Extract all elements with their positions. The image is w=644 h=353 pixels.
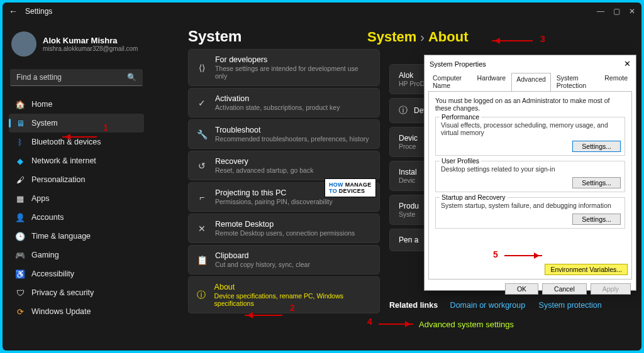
info-icon: ⓘ [196,290,207,301]
link-advanced-settings[interactable]: Advanced system settings [419,320,514,329]
apps-icon: ▦ [15,193,25,204]
clipboard-icon: 📋 [196,254,208,266]
apply-button[interactable]: Apply [591,283,631,295]
accounts-icon: 👤 [15,212,25,222]
window-title: Settings [25,7,52,16]
card-troubleshoot[interactable]: 🔧TroubleshootRecommended troubleshooters… [188,119,380,149]
arrow-2 [245,315,282,316]
annotation-2: 2 [290,303,295,313]
tab-hardware[interactable]: Hardware [473,72,511,91]
card-recovery[interactable]: ↺RecoveryReset, advanced startup, go bac… [188,151,380,180]
related-links: Related links Domain or workgroup System… [389,301,613,310]
group-performance: Performance Visual effects, processor sc… [435,117,625,156]
card-about[interactable]: ⓘAboutDevice specifications, rename PC, … [188,276,380,313]
arrow-4 [379,323,413,325]
sidebar-item-network[interactable]: ◆Network & internet [9,151,144,170]
sidebar-item-gaming[interactable]: 🎮Gaming [9,246,144,264]
annotation-4: 4 [367,317,372,327]
wrench-icon: 🔧 [196,129,208,140]
group-startup: Startup and Recovery System startup, sys… [435,197,625,229]
breadcrumb: System›About [367,29,468,45]
sidebar-item-personalization[interactable]: 🖌Personalization [9,170,144,189]
bluetooth-icon: ᛒ [15,137,25,147]
admin-note: You must be logged on as an Administrato… [435,97,625,112]
home-icon: 🏠 [15,99,25,109]
link-domain[interactable]: Domain or workgroup [450,301,526,310]
card-activation[interactable]: ✓ActivationActivation state, subscriptio… [188,88,380,117]
sidebar-item-update[interactable]: ⟳Windows Update [9,302,144,321]
tab-remote[interactable]: Remote [600,72,632,91]
system-icon: 🖥 [15,118,25,128]
startup-settings-button[interactable]: Settings... [572,214,621,225]
activation-icon: ✓ [196,97,208,109]
watermark: HOW MANAGE TO DEVICES [325,178,376,197]
group-user-profiles: User Profiles Desktop settings related t… [435,161,625,192]
dialog-title: System Properties [430,60,486,68]
close-icon[interactable]: ✕ [629,7,635,16]
performance-settings-button[interactable]: Settings... [572,141,621,152]
tab-computer-name[interactable]: Computer Name [428,72,472,91]
clock-icon: 🕒 [15,231,25,241]
card-developers[interactable]: ⟨⟩For developersThese settings are inten… [188,49,380,86]
user-block[interactable]: Alok Kumar Mishra mishra.alokkumar328@gm… [9,26,144,62]
network-icon: ◆ [15,156,25,166]
sidebar-item-accessibility[interactable]: ♿Accessibility [9,264,144,283]
back-arrow-icon[interactable]: ← [9,6,18,16]
search-placeholder: Find a setting [16,73,62,82]
tab-advanced[interactable]: Advanced [511,73,551,92]
search-input[interactable]: Find a setting 🔍 [10,69,143,86]
dialog-close-icon[interactable]: ✕ [624,59,631,68]
sidebar-item-time[interactable]: 🕒Time & language [9,227,144,246]
minimize-icon[interactable]: — [597,7,604,16]
sidebar-item-bluetooth[interactable]: ᛒBluetooth & devices [9,133,144,151]
dev-icon: ⟨⟩ [196,62,208,73]
user-email: mishra.alokkumar328@gmail.com [43,45,138,52]
sidebar-item-system[interactable]: 🖥System [9,114,144,133]
search-icon: 🔍 [127,73,136,82]
arrow-1 [62,136,97,138]
sidebar-item-privacy[interactable]: 🛡Privacy & security [9,283,144,302]
user-name: Alok Kumar Mishra [43,36,138,45]
annotation-1: 1 [103,122,108,133]
brush-icon: 🖌 [15,175,25,185]
shield-icon: 🛡 [15,288,25,298]
profiles-settings-button[interactable]: Settings... [572,177,621,188]
annotation-5: 5 [493,249,498,259]
sidebar-item-accounts[interactable]: 👤Accounts [9,208,144,227]
remote-icon: ✕ [196,223,208,234]
recovery-icon: ↺ [196,160,208,171]
arrow-5 [504,255,542,256]
tab-protection[interactable]: System Protection [552,72,599,91]
arrow-3 [492,40,533,41]
info-icon: ⓘ [399,105,408,116]
card-clipboard[interactable]: 📋ClipboardCut and copy history, sync, cl… [188,245,380,274]
sidebar-item-home[interactable]: 🏠Home [9,95,144,114]
card-remote[interactable]: ✕Remote DesktopRemote Desktop users, con… [188,214,380,243]
sidebar-item-apps[interactable]: ▦Apps [9,189,144,208]
avatar [11,31,36,57]
annotation-3: 3 [540,34,545,44]
ok-button[interactable]: OK [505,283,538,295]
link-protection[interactable]: System protection [539,301,602,310]
update-icon: ⟳ [15,307,25,317]
environment-variables-button[interactable]: Environment Variables... [545,264,628,275]
gaming-icon: 🎮 [15,250,25,260]
projecting-icon: ⌐ [196,192,208,203]
maximize-icon[interactable]: ▢ [613,7,620,16]
accessibility-icon: ♿ [15,269,25,279]
cancel-button[interactable]: Cancel [542,283,587,295]
